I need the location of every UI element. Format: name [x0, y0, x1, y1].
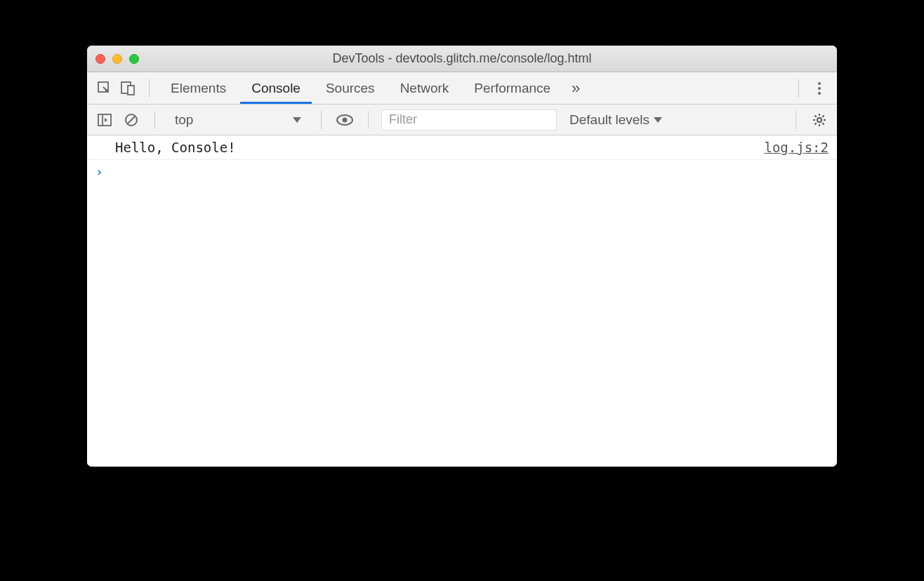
- close-window-button[interactable]: [95, 54, 105, 64]
- svg-line-17: [822, 115, 824, 116]
- log-message-row: Hello, Console! log.js:2: [87, 135, 837, 160]
- tab-console[interactable]: Console: [240, 72, 312, 104]
- log-levels-select[interactable]: Default levels: [562, 112, 669, 128]
- more-tabs-button[interactable]: »: [565, 79, 587, 98]
- divider: [149, 79, 150, 98]
- divider: [798, 79, 799, 98]
- console-settings-icon[interactable]: [809, 113, 830, 127]
- execution-context-select[interactable]: top: [168, 112, 308, 128]
- traffic-lights: [95, 54, 139, 64]
- svg-rect-2: [128, 86, 134, 95]
- console-output[interactable]: Hello, Console! log.js:2 ›: [87, 135, 837, 467]
- console-prompt-row[interactable]: ›: [87, 160, 837, 183]
- svg-line-14: [815, 115, 817, 116]
- divider: [321, 111, 322, 129]
- device-toolbar-icon[interactable]: [118, 72, 139, 104]
- divider: [796, 111, 796, 129]
- log-levels-label: Default levels: [569, 112, 649, 128]
- tab-network[interactable]: Network: [389, 72, 461, 104]
- chevron-down-icon: [654, 117, 662, 123]
- divider: [154, 111, 155, 129]
- inspect-element-icon[interactable]: [94, 72, 115, 104]
- divider: [368, 111, 369, 129]
- main-tabbar: Elements Console Sources Network Perform…: [87, 72, 837, 105]
- svg-line-6: [128, 116, 135, 123]
- chevron-down-icon: [293, 117, 301, 123]
- window-title: DevTools - devtools.glitch.me/console/lo…: [87, 51, 837, 66]
- live-expression-icon[interactable]: [334, 114, 355, 126]
- svg-point-9: [817, 118, 821, 122]
- execution-context-label: top: [175, 112, 193, 128]
- zoom-window-button[interactable]: [129, 54, 139, 64]
- minimize-window-button[interactable]: [112, 54, 122, 64]
- log-source-link[interactable]: log.js:2: [764, 140, 829, 155]
- filter-input[interactable]: [381, 109, 557, 131]
- devtools-window: DevTools - devtools.glitch.me/console/lo…: [87, 46, 837, 467]
- log-message-text: Hello, Console!: [115, 140, 236, 155]
- tab-elements[interactable]: Elements: [159, 72, 237, 104]
- svg-line-15: [822, 123, 824, 124]
- tab-performance[interactable]: Performance: [463, 72, 562, 104]
- svg-point-8: [343, 117, 348, 122]
- tab-sources[interactable]: Sources: [315, 72, 386, 104]
- clear-console-icon[interactable]: [121, 113, 142, 127]
- svg-line-16: [815, 123, 817, 124]
- titlebar: DevTools - devtools.glitch.me/console/lo…: [87, 46, 837, 72]
- toggle-console-sidebar-icon[interactable]: [94, 114, 115, 126]
- devtools-menu-button[interactable]: [809, 72, 830, 104]
- prompt-caret-icon: ›: [95, 164, 110, 179]
- console-toolbar: top Default levels: [87, 105, 837, 135]
